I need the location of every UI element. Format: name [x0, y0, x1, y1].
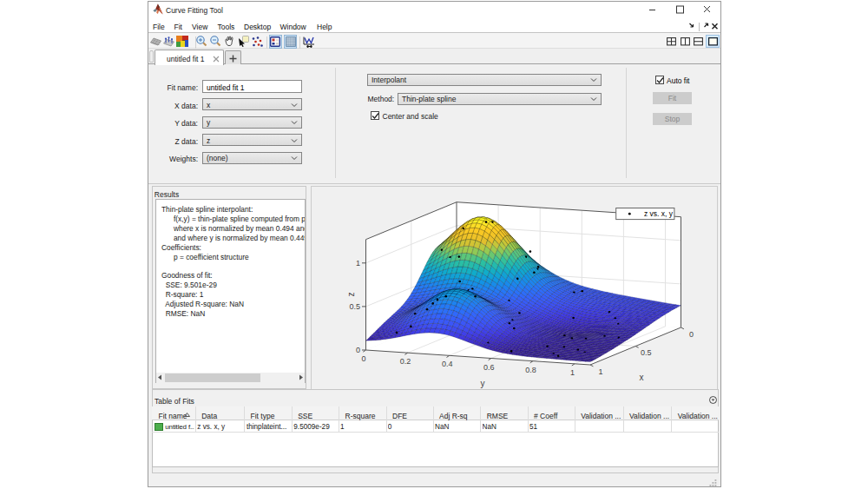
- svg-text:0.2: 0.2: [400, 357, 411, 366]
- svg-text:0: 0: [689, 330, 694, 339]
- svg-text:0: 0: [356, 346, 360, 354]
- svg-text:x: x: [640, 373, 644, 382]
- svg-text:0.5: 0.5: [349, 302, 360, 311]
- svg-text:1: 1: [570, 368, 575, 377]
- svg-text:0.6: 0.6: [483, 363, 495, 372]
- svg-text:0.5: 0.5: [641, 348, 652, 357]
- svg-text:0.8: 0.8: [525, 366, 536, 374]
- svg-text:1: 1: [356, 259, 360, 268]
- svg-text:1: 1: [598, 367, 602, 376]
- svg-text:z vs. x, y: z vs. x, y: [644, 209, 674, 218]
- svg-text:0.4: 0.4: [442, 360, 453, 368]
- svg-text:0: 0: [361, 354, 365, 363]
- svg-text:z: z: [346, 293, 356, 297]
- svg-text:y: y: [481, 379, 485, 388]
